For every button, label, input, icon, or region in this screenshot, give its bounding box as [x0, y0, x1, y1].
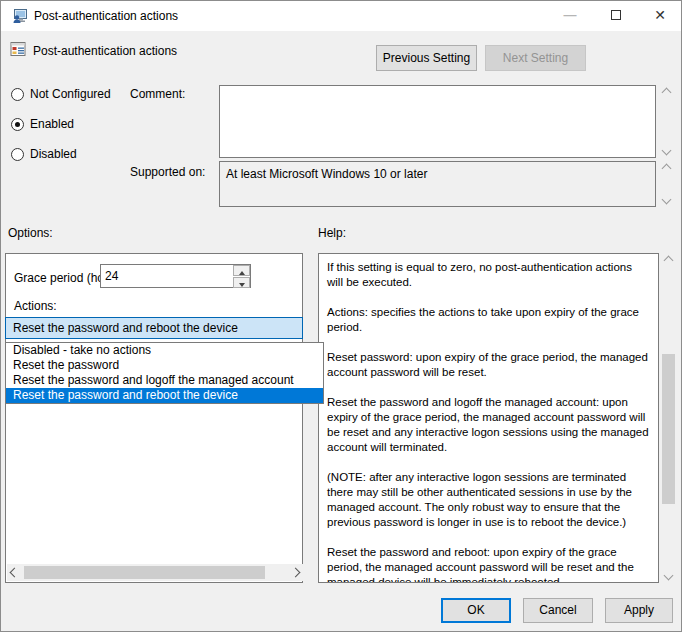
scroll-up-icon[interactable]	[660, 253, 677, 268]
supported-on-label: Supported on:	[130, 165, 205, 179]
supported-on-value: At least Microsoft Windows 10 or later	[219, 161, 656, 207]
radio-label: Not Configured	[30, 87, 111, 101]
close-button[interactable]: ✕	[643, 1, 677, 29]
help-text-panel: If this setting is equal to zero, no pos…	[318, 253, 659, 583]
options-panel: Grace period (hours): Actions:	[5, 253, 303, 583]
radio-label: Disabled	[30, 147, 77, 161]
maximize-button[interactable]	[599, 1, 633, 29]
grace-period-stepper[interactable]	[233, 265, 250, 288]
radio-label: Enabled	[30, 117, 74, 131]
apply-button[interactable]: Apply	[605, 598, 673, 623]
spin-down-icon[interactable]	[233, 277, 250, 288]
help-paragraph: Actions: specifies the actions to take u…	[327, 305, 650, 335]
dropdown-item[interactable]: Reset the password and logoff the manage…	[6, 373, 323, 388]
maximize-icon	[611, 10, 621, 20]
radio-disabled[interactable]: Disabled	[11, 147, 77, 161]
radio-icon	[11, 148, 24, 161]
supported-scrollbar	[658, 161, 675, 207]
title-bar: Post-authentication actions — ✕	[1, 1, 681, 31]
app-icon	[12, 8, 28, 24]
scroll-up-icon	[658, 161, 675, 176]
policy-setting-dialog: Post-authentication actions — ✕ Post-aut…	[0, 0, 682, 632]
actions-combobox[interactable]: Reset the password and reboot the device	[5, 317, 303, 339]
help-paragraph: (NOTE: after any interactive logon sessi…	[327, 470, 650, 530]
options-label: Options:	[8, 226, 53, 240]
comment-label: Comment:	[130, 87, 185, 101]
grace-period-input[interactable]	[100, 264, 251, 288]
spin-up-icon[interactable]	[233, 265, 250, 276]
help-paragraph: Reset the password and logoff the manage…	[327, 395, 650, 455]
scroll-down-icon	[658, 192, 675, 207]
dropdown-item[interactable]: Reset the password	[6, 358, 323, 373]
policy-setting-icon	[10, 41, 26, 57]
help-paragraph: If this setting is equal to zero, no pos…	[327, 260, 650, 290]
options-horizontal-scrollbar[interactable]	[7, 564, 303, 581]
radio-enabled[interactable]: Enabled	[11, 117, 74, 131]
actions-dropdown-list: Disabled - take no actions Reset the pas…	[5, 342, 324, 404]
window-title: Post-authentication actions	[34, 9, 178, 23]
scroll-down-icon[interactable]	[660, 568, 677, 583]
help-label: Help:	[318, 226, 346, 240]
minimize-button[interactable]: —	[553, 1, 587, 29]
dropdown-item[interactable]: Disabled - take no actions	[6, 343, 323, 358]
actions-label: Actions:	[14, 299, 57, 313]
help-paragraph: Reset the password and reboot: upon expi…	[327, 545, 650, 583]
radio-icon	[11, 88, 24, 101]
help-scrollbar[interactable]	[660, 253, 677, 583]
setting-title: Post-authentication actions	[33, 44, 177, 58]
scrollbar-thumb[interactable]	[24, 566, 265, 579]
scroll-up-icon[interactable]	[658, 85, 675, 100]
scrollbar-thumb[interactable]	[662, 354, 675, 504]
ok-button[interactable]: OK	[441, 598, 511, 623]
previous-setting-button[interactable]: Previous Setting	[376, 45, 477, 71]
dropdown-item[interactable]: Reset the password and reboot the device	[6, 388, 323, 403]
scroll-left-icon[interactable]	[7, 564, 22, 581]
scroll-down-icon[interactable]	[658, 143, 675, 158]
radio-icon	[11, 118, 24, 131]
scroll-right-icon[interactable]	[288, 564, 303, 581]
next-setting-button[interactable]: Next Setting	[485, 45, 586, 71]
comment-input[interactable]	[219, 85, 656, 158]
radio-not-configured[interactable]: Not Configured	[11, 87, 111, 101]
help-paragraph: Reset password: upon expiry of the grace…	[327, 350, 650, 380]
cancel-button[interactable]: Cancel	[523, 598, 593, 623]
comment-scrollbar[interactable]	[658, 85, 675, 158]
